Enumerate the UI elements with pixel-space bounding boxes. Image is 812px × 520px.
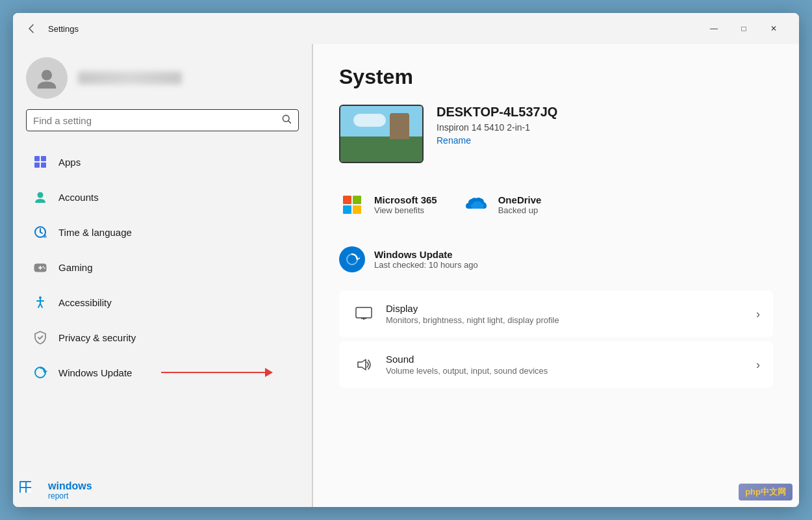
sidebar-item-privacy-label: Privacy & security xyxy=(58,332,136,343)
page-title: System xyxy=(339,65,773,89)
svg-rect-4 xyxy=(41,156,46,161)
svg-point-15 xyxy=(43,266,44,268)
sidebar-item-apps[interactable]: Apps xyxy=(18,145,307,179)
sound-subtitle: Volume levels, output, input, sound devi… xyxy=(386,366,746,376)
minimize-button[interactable]: — xyxy=(699,18,729,39)
display-subtitle: Monitors, brightness, night light, displ… xyxy=(386,315,746,325)
device-model: Inspiron 14 5410 2-in-1 xyxy=(437,122,557,133)
avatar xyxy=(26,57,68,99)
microsoft365-icon xyxy=(339,192,365,218)
sidebar-item-apps-label: Apps xyxy=(58,157,81,168)
onedrive-subtitle: Backed up xyxy=(498,205,542,215)
sound-title: Sound xyxy=(386,354,746,365)
sidebar-item-accounts-label: Accounts xyxy=(58,192,99,203)
display-chevron: › xyxy=(756,307,760,321)
windows-update-info: Windows Update Last checked: 10 hours ag… xyxy=(374,249,478,270)
display-info: Display Monitors, brightness, night ligh… xyxy=(386,303,746,325)
windows-update-item[interactable]: Windows Update Last checked: 10 hours ag… xyxy=(339,246,773,272)
sidebar-item-time-label: Time & language xyxy=(58,227,132,238)
svg-text:A: A xyxy=(44,234,47,239)
svg-marker-26 xyxy=(358,359,366,370)
gaming-icon xyxy=(31,258,49,276)
ms-red xyxy=(343,196,351,204)
svg-rect-5 xyxy=(34,162,40,168)
onedrive-info: OneDrive Backed up xyxy=(498,194,542,215)
sound-chevron: › xyxy=(756,358,760,372)
svg-point-16 xyxy=(44,268,45,269)
rename-link[interactable]: Rename xyxy=(437,135,557,146)
device-name: DESKTOP-4L537JQ xyxy=(437,105,557,120)
microsoft365-info: Microsoft 365 View benefits xyxy=(374,194,437,215)
search-icon xyxy=(281,114,292,127)
svg-point-7 xyxy=(38,192,44,198)
ms-green xyxy=(353,196,361,204)
maximize-button[interactable]: □ xyxy=(729,18,759,39)
wu-icon xyxy=(339,246,365,272)
svg-rect-23 xyxy=(356,307,372,318)
display-icon xyxy=(352,302,375,326)
ms-blue xyxy=(343,205,351,214)
settings-window: Settings — □ ✕ xyxy=(13,13,799,507)
svg-line-10 xyxy=(40,232,42,233)
device-thumb-bg xyxy=(340,106,422,162)
onedrive-icon xyxy=(463,192,489,218)
windows-update-icon xyxy=(31,363,49,382)
svg-rect-6 xyxy=(41,162,46,168)
device-thumbnail xyxy=(339,105,424,163)
device-info: DESKTOP-4L537JQ Inspiron 14 5410 2-in-1 … xyxy=(437,105,557,146)
device-card: DESKTOP-4L537JQ Inspiron 14 5410 2-in-1 … xyxy=(339,105,773,163)
cloud-shape xyxy=(353,114,386,127)
user-profile[interactable] xyxy=(13,44,312,109)
sidebar-item-time-language[interactable]: A Time & language xyxy=(18,215,307,249)
window-controls: — □ ✕ xyxy=(699,18,789,39)
content-panel: System DESKTOP-4L537JQ Inspiron 14 5410 … xyxy=(313,44,799,507)
quick-links: Microsoft 365 View benefits OneDrive Bac… xyxy=(339,181,773,228)
sidebar-item-privacy[interactable]: Privacy & security xyxy=(18,320,307,354)
sidebar-item-accounts[interactable]: Accounts xyxy=(18,180,307,214)
privacy-icon xyxy=(31,328,49,346)
title-bar: Settings — □ ✕ xyxy=(13,13,799,44)
sidebar-item-accessibility-label: Accessibility xyxy=(58,297,112,308)
search-container xyxy=(13,109,312,144)
user-name xyxy=(78,72,182,84)
settings-list: Display Monitors, brightness, night ligh… xyxy=(339,291,773,388)
search-box xyxy=(26,109,299,131)
time-icon: A xyxy=(31,223,49,241)
close-button[interactable]: ✕ xyxy=(759,18,789,39)
title-bar-left: Settings xyxy=(21,18,79,39)
microsoft365-title: Microsoft 365 xyxy=(374,194,437,205)
apps-icon xyxy=(31,153,49,171)
sidebar-item-windows-update-label: Windows Update xyxy=(58,367,132,378)
sidebar-item-accessibility[interactable]: Accessibility xyxy=(18,285,307,319)
svg-line-2 xyxy=(288,121,291,124)
display-title: Display xyxy=(386,303,746,314)
svg-rect-3 xyxy=(34,156,40,161)
main-area: Apps Accounts A xyxy=(13,44,799,507)
microsoft365-subtitle: View benefits xyxy=(374,205,437,215)
sidebar-item-gaming[interactable]: Gaming xyxy=(18,250,307,284)
search-input[interactable] xyxy=(33,115,276,126)
accounts-icon xyxy=(31,188,49,206)
windows-update-subtitle: Last checked: 10 hours ago xyxy=(374,260,478,270)
sound-info: Sound Volume levels, output, input, soun… xyxy=(386,354,746,376)
svg-line-21 xyxy=(40,304,42,307)
onedrive-title: OneDrive xyxy=(498,194,542,205)
setting-row-sound[interactable]: Sound Volume levels, output, input, soun… xyxy=(339,341,773,388)
back-button[interactable] xyxy=(21,18,42,39)
quick-link-microsoft365[interactable]: Microsoft 365 View benefits xyxy=(339,192,437,218)
sidebar-item-windows-update[interactable]: Windows Update xyxy=(18,356,307,389)
sidebar: Apps Accounts A xyxy=(13,44,312,507)
svg-point-17 xyxy=(39,296,42,299)
window-title: Settings xyxy=(48,24,79,34)
svg-point-0 xyxy=(42,70,52,80)
setting-row-display[interactable]: Display Monitors, brightness, night ligh… xyxy=(339,291,773,337)
sound-icon xyxy=(352,353,375,376)
sidebar-item-gaming-label: Gaming xyxy=(58,262,93,273)
accessibility-icon xyxy=(31,293,49,311)
windows-update-title: Windows Update xyxy=(374,249,478,260)
ms-yellow xyxy=(353,205,361,214)
quick-link-onedrive[interactable]: OneDrive Backed up xyxy=(463,192,542,218)
rock-shape xyxy=(390,113,409,139)
